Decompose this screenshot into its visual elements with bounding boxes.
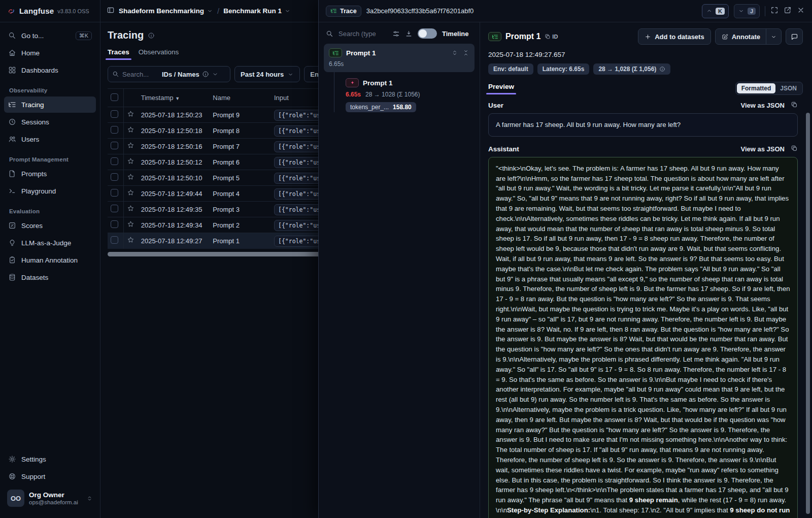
annotate-dropdown[interactable] [766, 29, 781, 44]
comments-button[interactable] [786, 28, 803, 45]
row-checkbox[interactable] [111, 157, 118, 165]
org-switcher[interactable]: Shadeform Benchmarking [119, 7, 213, 15]
download-icon[interactable] [405, 30, 413, 38]
table-row-selected[interactable]: 2025-07-18 12:49:27 Prompt 1 [{"role":"u… [108, 233, 331, 249]
sidebar-item-llm-judge[interactable]: LLM-as-a-Judge [4, 235, 96, 251]
tab-traces[interactable]: Traces [108, 48, 129, 60]
sidebar-item-datasets[interactable]: Datasets [4, 269, 96, 285]
project-switcher[interactable]: Benchmark Run 1 [223, 7, 291, 15]
collapse-all-icon[interactable] [462, 49, 469, 56]
star-icon[interactable] [127, 126, 134, 134]
star-icon[interactable] [127, 220, 134, 228]
edit-icon [722, 34, 728, 40]
row-timestamp: 2025-07-18 12:50:23 [138, 107, 210, 123]
add-to-datasets-button[interactable]: Add to datasets [638, 28, 711, 45]
chevrons-up-down-icon[interactable] [451, 49, 458, 56]
nav-next-button[interactable]: J [734, 4, 760, 18]
tab-preview[interactable]: Preview [488, 83, 514, 94]
sidebar-item-dashboards[interactable]: Dashboards [4, 62, 96, 78]
search-icon [8, 31, 16, 40]
column-name[interactable]: Name [210, 89, 271, 107]
table-row[interactable]: 2025-07-18 12:50:23 Prompt 9 [{"role":"u… [108, 107, 331, 123]
key-k: K [716, 8, 725, 15]
star-icon[interactable] [127, 173, 134, 181]
sidebar-item-settings[interactable]: Settings [4, 451, 96, 467]
annotate-button[interactable]: Annotate [715, 28, 782, 45]
sidebar-item-scores[interactable]: Scores [4, 217, 96, 234]
format-formatted[interactable]: Formatted [737, 83, 776, 93]
row-checkbox[interactable] [111, 189, 118, 197]
sidebar-item-users[interactable]: Users [4, 131, 96, 147]
table-row[interactable]: 2025-07-18 12:50:10 Prompt 5 [{"role":"u… [108, 170, 331, 186]
table-row[interactable]: 2025-07-18 12:49:44 Prompt 4 [{"role":"u… [108, 186, 331, 202]
tree-node-generation[interactable]: Prompt 1 6.65s 28 → 1028 (Σ 1056) tokens… [346, 78, 475, 112]
search-input[interactable] [122, 71, 159, 78]
table-row[interactable]: 2025-07-18 12:49:35 Prompt 3 [{"role":"u… [108, 202, 331, 217]
star-icon[interactable] [127, 189, 134, 197]
horizontal-scrollbar[interactable] [108, 252, 323, 256]
nav-previous-button[interactable]: K [702, 4, 729, 18]
row-checkbox[interactable] [111, 126, 118, 134]
row-timestamp: 2025-07-18 12:50:12 [138, 154, 210, 170]
view-as-json-button[interactable]: View as JSON [741, 145, 785, 153]
copy-button[interactable] [791, 101, 798, 110]
row-checkbox[interactable] [111, 173, 118, 181]
sidebar-item-support[interactable]: Support [4, 468, 96, 484]
select-all-checkbox[interactable] [111, 93, 118, 101]
row-checkbox[interactable] [111, 205, 118, 212]
table-row[interactable]: 2025-07-18 12:50:16 Prompt 7 [{"role":"u… [108, 139, 331, 154]
tab-observations[interactable]: Observations [139, 48, 179, 60]
row-checkbox[interactable] [111, 236, 118, 244]
token-usage-badge[interactable]: 28 → 1,028 (Σ 1,056) [593, 63, 670, 75]
column-timestamp[interactable]: Timestamp ▼ [138, 89, 210, 107]
table-row[interactable]: 2025-07-18 12:49:34 Prompt 2 [{"role":"u… [108, 217, 331, 233]
search-scope-select[interactable]: IDs / Names [162, 71, 219, 78]
time-filter-button[interactable]: Past 24 hours [234, 66, 300, 82]
sidebar-item-sessions[interactable]: Sessions [4, 114, 96, 130]
row-timestamp: 2025-07-18 12:49:34 [138, 217, 210, 233]
row-checkbox[interactable] [111, 142, 118, 149]
timeline-toggle[interactable] [418, 28, 437, 39]
sidebar-item-human-annotation[interactable]: Human Annotation [4, 252, 96, 268]
org-user-menu[interactable]: OO Org Owner ops@shadeform.ai [4, 485, 96, 514]
star-icon[interactable] [127, 236, 134, 244]
row-checkbox[interactable] [111, 110, 118, 118]
star-icon[interactable] [127, 142, 134, 149]
table-row[interactable]: 2025-07-18 12:50:18 Prompt 8 [{"role":"u… [108, 123, 331, 139]
sidebar-item-prompts[interactable]: Prompts [4, 166, 96, 182]
sidebar-toggle-button[interactable] [107, 6, 115, 16]
sidebar-item-playground[interactable]: Playground [4, 183, 96, 199]
row-checkbox[interactable] [111, 220, 118, 228]
tree-node-trace-root[interactable]: Prompt 1 6.65s [324, 44, 475, 72]
env-badge[interactable]: Env: default [488, 63, 533, 75]
copy-button[interactable] [791, 145, 798, 153]
row-name: Prompt 4 [210, 186, 271, 202]
tree-search-input[interactable] [339, 30, 387, 38]
vertical-scrollbar[interactable] [806, 113, 810, 514]
info-icon [202, 71, 209, 78]
row-name: Prompt 7 [210, 139, 271, 154]
row-name: Prompt 1 [210, 233, 271, 249]
open-in-new-button[interactable] [784, 6, 792, 16]
table-row[interactable]: 2025-07-18 12:50:12 Prompt 6 [{"role":"u… [108, 154, 331, 170]
format-json[interactable]: JSON [775, 83, 801, 93]
expand-button[interactable] [770, 6, 779, 16]
filter-sliders-icon[interactable] [392, 30, 400, 38]
file-icon [8, 170, 16, 178]
score-name: tokens_per_... [350, 104, 389, 111]
sidebar-item-home[interactable]: Home [4, 45, 96, 61]
format-toggle: Formatted JSON [735, 82, 803, 95]
star-icon[interactable] [127, 110, 134, 118]
star-icon[interactable] [127, 205, 134, 212]
sidebar-item-tracing[interactable]: Tracing [4, 96, 96, 113]
view-as-json-button[interactable]: View as JSON [741, 102, 785, 109]
observation-detail: Prompt 1 ID Add to datasets Annotate [480, 22, 812, 518]
trace-search[interactable]: IDs / Names [108, 66, 230, 82]
info-icon[interactable] [148, 32, 155, 39]
star-icon[interactable] [127, 157, 134, 165]
score-badge[interactable]: tokens_per_... 158.80 [346, 102, 416, 112]
latency-badge[interactable]: Latency: 6.65s [537, 63, 590, 75]
close-button[interactable] [797, 6, 805, 16]
copy-id-button[interactable]: ID [545, 34, 558, 40]
goto-search[interactable]: Go to... ⌘K [4, 27, 96, 44]
